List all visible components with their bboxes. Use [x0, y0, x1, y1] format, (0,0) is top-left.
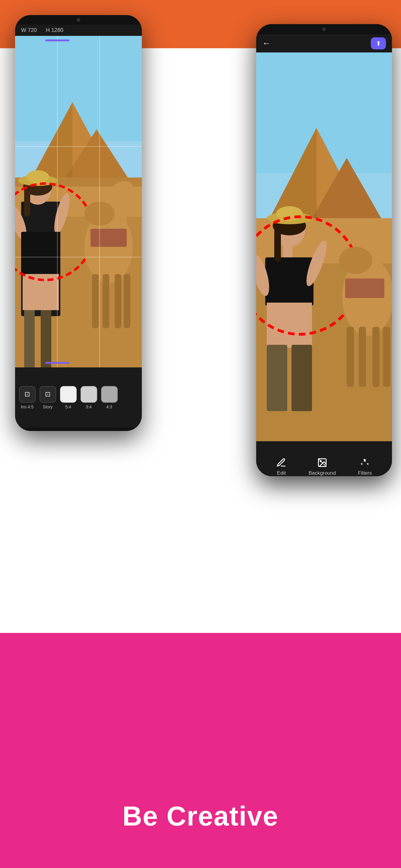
svg-rect-18 [23, 271, 59, 310]
nav-bar-right: ← ⬆ [256, 34, 392, 53]
svg-rect-26 [103, 274, 109, 328]
svg-rect-62 [345, 278, 384, 298]
svg-point-23 [113, 181, 134, 198]
svg-rect-13 [24, 187, 30, 217]
filters-icon [360, 458, 370, 468]
toolbar-left: ⊡ Ins 4:5 ⊡ Story 5:4 3:4 4:3 [15, 367, 142, 428]
tool-filters[interactable]: Filters [358, 458, 372, 476]
filters-label: Filters [358, 470, 372, 476]
story-label: Story [43, 404, 53, 409]
svg-rect-42 [267, 303, 312, 348]
svg-rect-44 [291, 345, 312, 411]
tool-54-box [60, 386, 77, 403]
tool-edit[interactable]: Edit [276, 458, 286, 476]
share-button[interactable]: ⬆ [371, 37, 386, 50]
tool-34-box [81, 386, 97, 403]
svg-rect-59 [359, 327, 366, 387]
tagline: Be Creative [0, 801, 401, 832]
purple-bar-top [45, 39, 69, 41]
camera-right [322, 27, 326, 31]
tool-43[interactable]: 4:3 [100, 386, 118, 409]
ratio34-label: 3:4 [86, 404, 91, 409]
top-bar-left: W 720 H 1280 [15, 25, 142, 36]
share-icon: ⬆ [376, 40, 381, 47]
purple-bar-bottom [45, 362, 69, 364]
tool-54[interactable]: 5:4 [59, 386, 77, 409]
image-area-right [256, 53, 392, 441]
notch-right [256, 24, 392, 34]
ins45-label: Ins 4:5 [21, 404, 33, 409]
background-label: Background [308, 470, 336, 476]
ratio43-label: 4:3 [106, 404, 112, 409]
tool-background[interactable]: Background [308, 458, 336, 476]
height-label: H 1280 [46, 27, 63, 33]
width-label: W 720 [21, 27, 37, 33]
svg-rect-27 [115, 274, 121, 328]
image-area-left [15, 36, 142, 367]
phone-left: W 720 H 1280 [15, 15, 142, 431]
svg-rect-61 [383, 327, 390, 387]
svg-rect-60 [372, 327, 379, 387]
instagram-icon-2: ⊡ [45, 390, 50, 398]
svg-rect-50 [274, 226, 281, 262]
photo-right [256, 53, 392, 441]
svg-rect-43 [267, 345, 287, 411]
svg-rect-16 [24, 307, 35, 367]
svg-point-56 [362, 223, 385, 241]
svg-rect-58 [347, 327, 354, 387]
ratio54-label: 5:4 [65, 404, 71, 409]
svg-point-57 [339, 247, 372, 274]
instagram-icon-1: ⊡ [24, 390, 30, 398]
tool-ins45[interactable]: ⊡ Ins 4:5 [18, 386, 36, 409]
edit-icon [276, 458, 286, 468]
svg-rect-17 [41, 307, 51, 367]
camera-left [77, 18, 80, 22]
tool-ins45-box: ⊡ [19, 386, 36, 403]
tool-story-box: ⊡ [39, 386, 56, 403]
tool-43-box [101, 386, 118, 403]
svg-rect-29 [90, 229, 127, 247]
background-bottom [0, 633, 401, 868]
phone-right: ← ⬆ [256, 24, 392, 476]
svg-rect-41 [265, 257, 314, 306]
svg-rect-28 [124, 274, 130, 328]
svg-rect-25 [92, 274, 99, 328]
tool-34[interactable]: 3:4 [80, 386, 98, 409]
toolbar-right: Edit Background Filters [256, 441, 392, 476]
photo-left [15, 36, 142, 367]
back-button[interactable]: ← [262, 38, 271, 48]
background-icon [317, 458, 327, 468]
notch-left [15, 15, 142, 25]
tool-story[interactable]: ⊡ Story [39, 386, 57, 409]
svg-point-15 [26, 170, 49, 184]
edit-label: Edit [277, 470, 286, 476]
svg-rect-19 [21, 232, 60, 274]
